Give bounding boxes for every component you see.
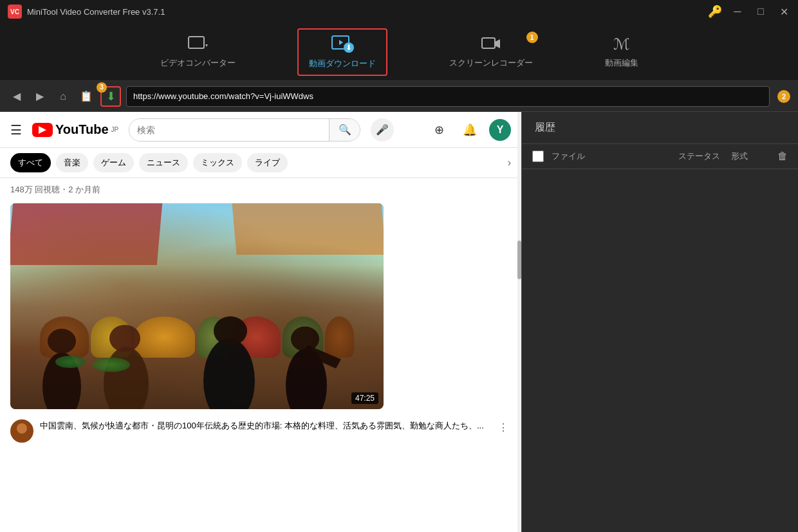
tab-converter-label: ビデオコンバーター <box>160 57 236 69</box>
pill-live[interactable]: ライブ <box>247 153 288 172</box>
svg-point-12 <box>203 338 255 409</box>
history-empty-area <box>522 169 798 532</box>
main-area: ☰ YouTube JP 🔍 🎤 ⊕ 🔔 Y すべて 音楽 ゲーム ニュース <box>0 112 798 532</box>
thumbnail-image <box>10 203 384 409</box>
download-arrow-icon: ⬇ <box>106 89 116 104</box>
pills-next-arrow[interactable]: › <box>508 157 511 169</box>
hamburger-icon[interactable]: ☰ <box>10 122 22 138</box>
history-title: 履歴 <box>522 112 798 144</box>
close-button[interactable]: ✕ <box>777 6 790 18</box>
history-table-header: ファイル ステータス 形式 🗑 <box>522 144 798 169</box>
editor-icon: ℳ <box>611 35 632 53</box>
nav-tabs: ビデオコンバーター ⬇ 動画ダウンロード 1 スクリーンレコーダー ℳ 動画編集 <box>0 23 798 81</box>
col-file-label: ファイル <box>552 151 671 162</box>
youtube-header: ☰ YouTube JP 🔍 🎤 ⊕ 🔔 Y <box>0 112 521 148</box>
svg-point-18 <box>13 434 31 443</box>
youtube-logo-icon <box>32 123 53 137</box>
channel-avatar[interactable] <box>10 419 33 443</box>
video-title: 中国雲南、気候が快適な都市・昆明の100年伝統ある歴史的市場: 本格的な料理、活… <box>40 421 484 430</box>
search-input[interactable] <box>129 119 329 141</box>
back-button[interactable]: ◀ <box>8 87 26 105</box>
key-icon[interactable]: 🔑 <box>708 5 721 19</box>
search-button[interactable]: 🔍 <box>329 119 360 141</box>
clipboard-button[interactable]: 📋 <box>77 87 95 105</box>
tab-converter[interactable]: ビデオコンバーター <box>150 30 246 74</box>
home-button[interactable]: ⌂ <box>54 87 72 105</box>
svg-point-9 <box>48 329 76 354</box>
svg-point-11 <box>109 325 140 352</box>
browser-toolbar: ◀ ▶ ⌂ 📋 3 ⬇ 2 <box>0 81 798 112</box>
svg-marker-7 <box>495 39 500 48</box>
downloader-icon: ⬇ <box>331 35 354 54</box>
right-panel: 履歴 ファイル ステータス 形式 🗑 <box>521 112 798 532</box>
minimize-button[interactable]: ─ <box>731 6 744 17</box>
recorder-icon <box>481 35 501 53</box>
tab-editor[interactable]: ℳ 動画編集 <box>595 30 649 74</box>
browser-scrollbar[interactable] <box>517 112 521 532</box>
converter-icon <box>187 35 208 53</box>
url-input[interactable] <box>126 86 770 107</box>
video-title-text: 中国雲南、気候が快適な都市・昆明の100年伝統ある歴史的市場: 本格的な料理、活… <box>40 419 489 432</box>
tab-recorder[interactable]: 1 スクリーンレコーダー <box>439 30 543 74</box>
pill-music[interactable]: 音楽 <box>56 153 88 172</box>
svg-point-15 <box>291 327 319 352</box>
tab-editor-label: 動画編集 <box>605 57 638 69</box>
title-bar-controls: 🔑 ─ □ ✕ <box>708 5 790 19</box>
url-badge: 2 <box>777 90 790 103</box>
user-avatar[interactable]: Y <box>489 119 511 141</box>
search-box[interactable]: 🔍 <box>129 118 360 142</box>
svg-marker-1 <box>205 44 208 47</box>
youtube-logo-suffix: JP <box>111 126 119 133</box>
forward-button[interactable]: ▶ <box>31 87 49 105</box>
header-icons: ⊕ 🔔 Y <box>427 118 511 142</box>
video-meta: 148万 回視聴・2 か月前 <box>0 178 521 198</box>
add-video-button[interactable]: ⊕ <box>427 118 450 142</box>
col-status-label: ステータス <box>678 151 723 162</box>
app-title: MiniTool Video Converter Free v3.7.1 <box>27 7 165 17</box>
mic-button[interactable]: 🎤 <box>371 118 394 142</box>
scrollbar-thumb[interactable] <box>517 241 521 279</box>
video-thumbnail[interactable]: 47:25 <box>10 203 384 409</box>
maximize-button[interactable]: □ <box>754 6 767 17</box>
download-toolbar-button[interactable]: 3 ⬇ <box>100 86 121 107</box>
svg-text:⬇: ⬇ <box>346 43 352 52</box>
video-description: 中国雲南、気候が快適な都市・昆明の100年伝統ある歴史的市場: 本格的な料理、活… <box>0 414 521 448</box>
app-logo: VC <box>8 5 22 19</box>
download-badge: 3 <box>97 82 107 93</box>
pill-mix[interactable]: ミックス <box>193 153 242 172</box>
svg-rect-0 <box>189 37 204 48</box>
tab-downloader-label: 動画ダウンロード <box>309 58 376 69</box>
title-bar: VC MiniTool Video Converter Free v3.7.1 … <box>0 0 798 23</box>
youtube-logo[interactable]: YouTube JP <box>32 122 118 137</box>
tab-recorder-label: スクリーンレコーダー <box>449 57 533 69</box>
title-bar-left: VC MiniTool Video Converter Free v3.7.1 <box>8 5 165 19</box>
video-duration: 47:25 <box>351 392 378 404</box>
browser-content: ☰ YouTube JP 🔍 🎤 ⊕ 🔔 Y すべて 音楽 ゲーム ニュース <box>0 112 521 532</box>
svg-point-13 <box>214 316 247 346</box>
thumbnail-area: 47:25 <box>0 198 521 414</box>
category-pills: すべて 音楽 ゲーム ニュース ミックス ライブ › <box>0 148 521 178</box>
svg-marker-3 <box>339 40 343 45</box>
pill-game[interactable]: ゲーム <box>93 153 134 172</box>
pill-all[interactable]: すべて <box>10 153 51 172</box>
svg-point-10 <box>104 347 149 409</box>
select-all-checkbox[interactable] <box>532 151 544 162</box>
svg-rect-6 <box>482 38 495 48</box>
tab-downloader[interactable]: ⬇ 動画ダウンロード <box>297 28 387 76</box>
pill-news[interactable]: ニュース <box>139 153 188 172</box>
col-format-label: 形式 <box>731 151 770 162</box>
video-view-count: 148万 回視聴・2 か月前 <box>10 185 100 194</box>
delete-all-button[interactable]: 🗑 <box>777 151 788 162</box>
more-options-button[interactable]: ⋮ <box>496 419 511 435</box>
notifications-button[interactable]: 🔔 <box>458 118 481 142</box>
svg-point-17 <box>17 423 27 434</box>
recorder-badge: 1 <box>526 32 538 43</box>
youtube-logo-text: YouTube <box>55 122 109 137</box>
